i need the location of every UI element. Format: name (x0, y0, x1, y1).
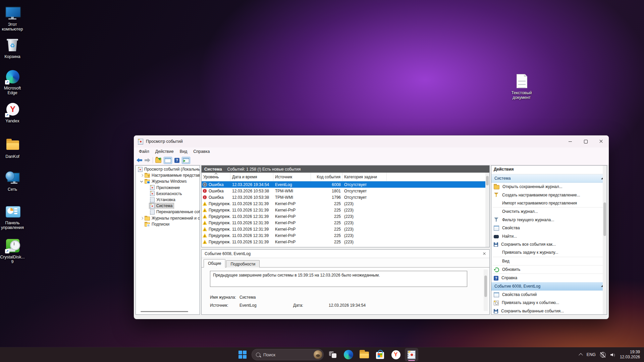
search-icon (256, 353, 260, 357)
taskbar-yandex-button[interactable]: Y (389, 348, 402, 361)
forward-icon[interactable] (145, 158, 150, 163)
event-row[interactable]: Предупреж...11.03.2026 12:31:39Kernel-Pn… (202, 220, 485, 226)
minimize-button[interactable] (562, 135, 578, 147)
event-row[interactable]: Предупреж...11.03.2026 12:31:39Kernel-Pn… (202, 226, 485, 232)
tree-item[interactable]: Приложение (136, 185, 200, 191)
action-item[interactable]: Свойства (491, 224, 607, 232)
desktop-icon-this-pc[interactable]: Этоткомпьютер (0, 5, 27, 32)
taskbar-store-button[interactable] (373, 348, 387, 361)
shortcut-arrow-icon: ↗ (5, 249, 9, 253)
action-item[interactable]: Создать настраиваемое представление... (491, 191, 607, 199)
action-item[interactable]: Обновить (491, 265, 607, 274)
save-icon (494, 242, 498, 247)
tree-item[interactable]: Система (136, 203, 200, 209)
menubar-item[interactable]: Вид (177, 148, 191, 155)
tree-expander-icon[interactable] (140, 179, 144, 183)
close-button[interactable] (593, 135, 609, 147)
actions-section-header[interactable]: Система (491, 174, 607, 183)
taskbar-explorer-button[interactable] (358, 348, 371, 361)
action-item[interactable]: Фильтр текущего журнала... (491, 216, 607, 224)
tray-network-icon[interactable] (600, 352, 606, 358)
action-item[interactable]: Очистить журнал... (491, 207, 607, 216)
desktop-icon-crystaldiskinfo[interactable]: ↗CrystalDisk...9 (0, 238, 27, 264)
tree-item-label: Установка (156, 197, 175, 202)
event-row[interactable]: Предупреж...11.03.2026 12:31:39Kernel-Pn… (202, 213, 485, 220)
tree-item[interactable]: Перенаправленные события (136, 209, 200, 215)
column-header[interactable]: Код события (311, 173, 342, 181)
action-item[interactable]: Свойства событий (491, 291, 607, 299)
search-box[interactable]: Поиск (252, 349, 324, 360)
maximize-button[interactable] (578, 135, 593, 147)
action-item[interactable]: Импорт настраиваемого представления (491, 199, 607, 207)
action-item[interactable]: Найти... (491, 232, 607, 240)
desktop-icon-yandex[interactable]: Y↗Yandex (0, 102, 27, 123)
action-item[interactable]: Вид (491, 257, 607, 265)
column-header[interactable]: Категория задачи (342, 173, 387, 181)
tree-item[interactable]: Безопасность (136, 191, 200, 197)
action-item[interactable]: Привязать задачу к событию... (491, 299, 607, 307)
details-header: Событие 6008, EventLog (202, 250, 489, 258)
task-view-button[interactable] (326, 348, 339, 361)
log-plain-icon (150, 197, 155, 202)
tree-item[interactable]: Журналы приложений и служб (136, 215, 200, 221)
desktop-icon-control-panel[interactable]: Панельуправления (0, 204, 27, 230)
desktop-icon-microsoft-edge[interactable]: ↗MicrosoftEdge (0, 69, 27, 95)
event-row[interactable]: Предупреж...11.03.2026 12:31:39Kernel-Pn… (202, 207, 485, 213)
tree-expander-icon[interactable] (140, 216, 144, 220)
desktop-icon-dankof-folder[interactable]: DanKof (0, 137, 27, 159)
tree-horizontal-scrollbar[interactable] (141, 311, 188, 312)
column-header[interactable]: Уровень (202, 173, 230, 181)
event-row[interactable]: Предупреж...11.03.2026 12:31:39Kernel-Pn… (202, 239, 485, 245)
start-button[interactable] (236, 348, 249, 361)
action-item[interactable]: Сохранить все события как... (491, 240, 607, 248)
menubar-item[interactable]: Справка (190, 148, 213, 155)
tree-item[interactable]: Журналы Windows (136, 178, 200, 184)
details-tab[interactable]: Подробности (226, 260, 260, 267)
event-row[interactable]: Ошибка12.03.2026 10:53:38TPM-WMI1801Отсу… (202, 188, 485, 194)
desktop-icon-label: Панельуправления (1, 221, 24, 230)
export-list-icon[interactable] (155, 158, 161, 163)
taskbar-edge-button[interactable] (342, 348, 355, 361)
details-vertical-scrollbar[interactable] (484, 269, 488, 311)
action-item[interactable]: Привязать задачу к журналу... (491, 248, 607, 256)
desktop-icon-recycle-bin[interactable]: ♻Корзина (0, 38, 27, 59)
details-tab[interactable]: Общие (204, 259, 225, 267)
tray-language-indicator[interactable]: ENG (587, 352, 596, 357)
action-item[interactable]: Сохранить выбранные события... (491, 307, 607, 315)
column-header[interactable]: Дата и время (230, 173, 273, 181)
action-item[interactable]: Справка (491, 274, 607, 282)
event-row[interactable]: Предупреж...11.03.2026 12:31:39Kernel-Pn… (202, 232, 485, 239)
source-label: Источник: (210, 303, 239, 308)
tray-clock[interactable]: 19:39 12.03.2026 (620, 350, 640, 360)
event-row[interactable]: Ошибка12.03.2026 19:34:54EventLog6008Отс… (202, 181, 485, 188)
actions-vertical-scrollbar[interactable] (603, 166, 607, 314)
menubar-item[interactable]: Файл (136, 148, 152, 155)
column-header[interactable]: Источник (273, 173, 311, 181)
tray-volume-icon[interactable] (610, 352, 615, 357)
event-list: Система Событий: 1 258 (!) Есть новые со… (201, 165, 490, 247)
help-icon[interactable]: ? (174, 158, 179, 163)
warning-icon (203, 208, 207, 212)
tree-item[interactable]: Подписки (136, 221, 200, 227)
event-row[interactable]: Предупреж...11.03.2026 12:31:39Kernel-Pn… (202, 200, 485, 207)
taskbar-event-viewer-button[interactable] (405, 348, 418, 361)
menubar-item[interactable]: Действие (152, 148, 177, 155)
event-row[interactable]: Ошибка12.03.2026 10:53:38TPM-WMI1796Отсу… (202, 194, 485, 200)
action-item[interactable]: Открыть сохраненный журнал... (491, 183, 607, 191)
tree-expander-icon[interactable] (140, 173, 144, 177)
console-tree-icon[interactable] (164, 157, 172, 164)
tree-item[interactable]: Просмотр событий (Локальный) (136, 166, 200, 172)
action-pane-icon[interactable] (182, 157, 190, 164)
list-vertical-scrollbar[interactable] (485, 173, 489, 247)
desktop-icon-network[interactable]: Сеть (0, 170, 27, 192)
action-item-label: Фильтр текущего журнала... (502, 218, 554, 222)
tree-item[interactable]: Настраиваемые представления (136, 172, 200, 178)
back-icon[interactable] (137, 158, 142, 163)
none (494, 258, 499, 264)
close-details-icon[interactable] (483, 252, 486, 255)
desktop-icon-text-document[interactable]: Текстовыйдокумент (507, 74, 536, 100)
tray-overflow-chevron-icon[interactable] (579, 353, 583, 357)
desktop-icon-label: CrystalDisk...9 (0, 255, 25, 264)
tree-item[interactable]: Установка (136, 197, 200, 203)
actions-section-header[interactable]: Событие 6008, EventLog (491, 282, 607, 291)
